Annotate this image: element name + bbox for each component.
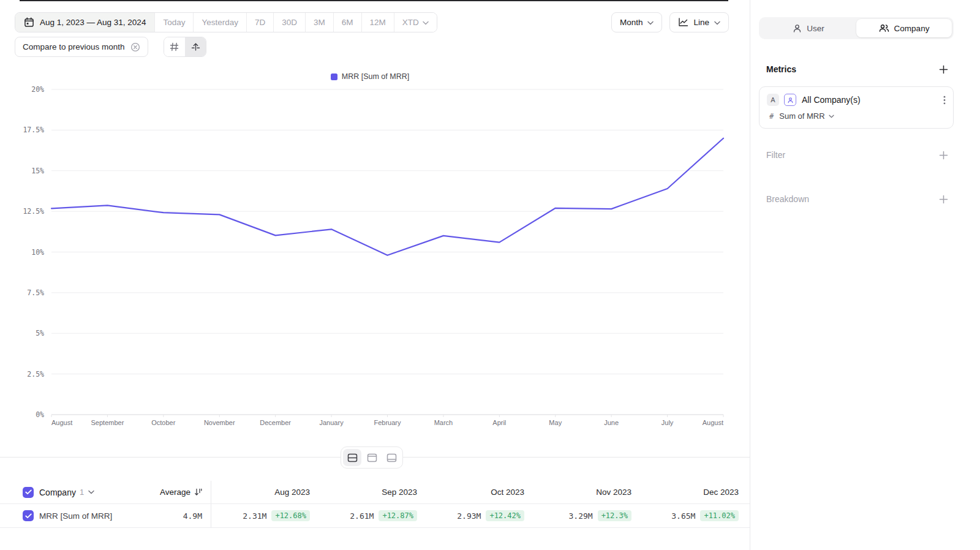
- company-icon: [879, 24, 889, 32]
- quick-range-7d-button[interactable]: 7D: [246, 13, 273, 32]
- entity-column-label[interactable]: Company: [39, 488, 76, 497]
- entity-tabs: User Company: [759, 17, 954, 39]
- chart-controls: Month Line: [611, 12, 729, 32]
- remove-compare-icon[interactable]: [130, 42, 140, 52]
- svg-text:12.5%: 12.5%: [23, 207, 44, 216]
- grid-toggle-button[interactable]: [164, 37, 185, 56]
- add-breakdown-button[interactable]: [939, 195, 948, 204]
- layout-split-view-button[interactable]: [343, 449, 361, 466]
- column-header[interactable]: Sep 2023: [318, 481, 426, 503]
- table-cell: 2.93M+12.42%: [426, 504, 533, 527]
- company-avatar-icon: [784, 94, 796, 106]
- metric-row-left: MRR [Sum of MRR] 4.9M: [0, 504, 211, 527]
- cell-value: 2.31M: [243, 511, 266, 521]
- quick-range-12m-button[interactable]: 12M: [361, 13, 394, 32]
- date-range-label: Aug 1, 2023 — Aug 31, 2024: [40, 18, 146, 27]
- chart-type-label: Line: [693, 18, 709, 27]
- metric-card-header: A All Company(s): [767, 94, 946, 106]
- entity-count: 1: [80, 488, 84, 497]
- toolbar-secondary: Compare to previous month: [15, 37, 206, 57]
- chart-legend[interactable]: MRR [Sum of MRR]: [15, 72, 725, 81]
- chevron-down-icon: [647, 18, 654, 27]
- svg-text:15%: 15%: [31, 167, 44, 175]
- table-row[interactable]: MRR [Sum of MRR] 4.9M 2.31M+12.68%2.61M+…: [0, 504, 750, 528]
- filter-heading: Filter: [766, 150, 785, 160]
- svg-text:5%: 5%: [36, 329, 44, 337]
- tab-user-label: User: [807, 24, 824, 33]
- arrow-up-from-line-icon: [191, 42, 200, 51]
- xtd-label: XTD: [402, 18, 419, 27]
- cell-value: 2.93M: [457, 511, 481, 521]
- line-chart[interactable]: 0%2.5%5%7.5%10%12.5%15%17.5%20%AugustSep…: [15, 86, 725, 434]
- svg-text:7.5%: 7.5%: [27, 288, 44, 297]
- xtd-button[interactable]: XTD: [394, 13, 437, 32]
- metric-row-label: MRR [Sum of MRR]: [39, 511, 112, 521]
- tab-company[interactable]: Company: [856, 19, 952, 37]
- table-cell: 2.61M+12.87%: [318, 504, 426, 527]
- svg-text:20%: 20%: [31, 86, 44, 94]
- svg-text:2.5%: 2.5%: [27, 370, 44, 379]
- cell-value: 3.29M: [569, 511, 593, 521]
- legend-swatch: [331, 73, 337, 80]
- quick-range-6m-button[interactable]: 6M: [333, 13, 361, 32]
- chart-display-toggles: [164, 37, 206, 57]
- granularity-dropdown[interactable]: Month: [611, 12, 663, 32]
- layout-toggle: [341, 446, 403, 469]
- toolbar: Aug 1, 2023 — Aug 31, 2024 TodayYesterda…: [15, 12, 729, 32]
- metric-card[interactable]: A All Company(s) # Sum of MRR: [759, 86, 954, 129]
- column-header[interactable]: Dec 2023: [640, 481, 747, 503]
- grid-icon: [170, 42, 179, 51]
- table-header-row: Company 1 Average Aug 2023Sep 2023Oct 20…: [0, 481, 750, 504]
- delta-badge: +12.42%: [486, 510, 524, 521]
- compare-chip[interactable]: Compare to previous month: [15, 37, 148, 57]
- analytics-main-panel: Aug 1, 2023 — Aug 31, 2024 TodayYesterda…: [0, 0, 750, 550]
- svg-text:August: August: [51, 419, 72, 426]
- add-metric-button[interactable]: [939, 65, 948, 74]
- tab-company-label: Company: [894, 24, 930, 33]
- date-range-button[interactable]: Aug 1, 2023 — Aug 31, 2024: [15, 13, 154, 32]
- delta-badge: +12.87%: [379, 510, 417, 521]
- aggregation-label: Sum of MRR: [779, 111, 824, 121]
- quick-range-yesterday-button[interactable]: Yesterday: [193, 13, 246, 32]
- tab-user[interactable]: User: [761, 19, 856, 37]
- user-icon: [793, 24, 802, 33]
- svg-text:February: February: [374, 419, 401, 426]
- table-row-cells: 2.31M+12.68%2.61M+12.87%2.93M+12.42%3.29…: [211, 504, 750, 527]
- table-cell: 3.65M+11.02%: [640, 504, 747, 527]
- column-header[interactable]: Aug 2023: [211, 481, 318, 503]
- average-value: 4.9M: [183, 511, 202, 521]
- row-checkbox[interactable]: [23, 510, 34, 521]
- metric-options-kebab-icon[interactable]: [943, 96, 946, 105]
- add-filter-button[interactable]: [939, 151, 948, 160]
- chart-svg: 0%2.5%5%7.5%10%12.5%15%17.5%20%AugustSep…: [15, 86, 725, 434]
- chart-only-icon: [367, 453, 377, 462]
- chart-type-dropdown[interactable]: Line: [669, 12, 729, 32]
- chevron-down-icon: [423, 18, 429, 27]
- layout-table-only-button[interactable]: [382, 449, 401, 466]
- growth-toggle-button[interactable]: [185, 37, 206, 56]
- svg-text:June: June: [604, 419, 619, 426]
- average-column-header[interactable]: Average: [160, 488, 202, 497]
- column-header[interactable]: Oct 2023: [426, 481, 533, 503]
- average-label: Average: [160, 488, 190, 497]
- quick-range-today-button[interactable]: Today: [154, 13, 193, 32]
- quick-range-3m-button[interactable]: 3M: [305, 13, 333, 32]
- quick-range-buttons: TodayYesterday7D30D3M6M12M: [154, 13, 393, 32]
- metric-aggregation-row[interactable]: # Sum of MRR: [767, 111, 946, 121]
- select-all-checkbox[interactable]: [23, 487, 34, 498]
- chevron-down-icon[interactable]: [88, 490, 94, 494]
- svg-text:September: September: [91, 419, 124, 426]
- table-cell: 2.31M+12.68%: [211, 504, 318, 527]
- legend-label: MRR [Sum of MRR]: [342, 72, 409, 81]
- chevron-down-icon: [829, 115, 834, 118]
- quick-range-30d-button[interactable]: 30D: [273, 13, 305, 32]
- svg-text:March: March: [434, 419, 453, 426]
- layout-chart-only-button[interactable]: [363, 449, 381, 466]
- filter-row: Filter: [766, 150, 948, 160]
- table-column-headers: Aug 2023Sep 2023Oct 2023Nov 2023Dec 2023: [211, 481, 750, 503]
- column-header[interactable]: Nov 2023: [533, 481, 640, 503]
- metrics-heading: Metrics: [766, 64, 796, 74]
- metric-series-badge: A: [767, 94, 779, 106]
- breakdown-heading: Breakdown: [766, 194, 809, 204]
- config-sidebar: User Company Metrics A All Com: [750, 0, 980, 550]
